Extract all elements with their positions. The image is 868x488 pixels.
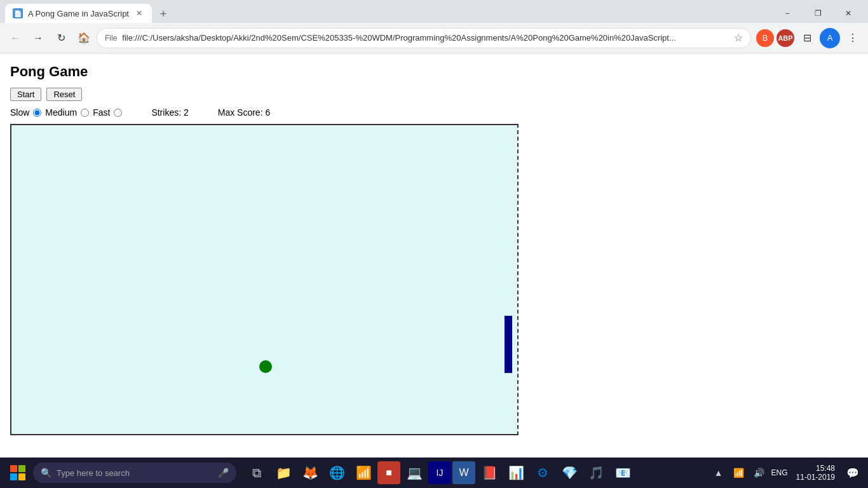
url-bar[interactable]: File file:///C:/Users/aksha/Desktop/Akki…	[97, 28, 751, 48]
controls-row: Start Reset	[10, 88, 858, 101]
speed-row: Slow Medium Fast Strikes: 2 Max Score: 6	[10, 107, 858, 118]
url-scheme: File	[105, 34, 117, 43]
app-green-button[interactable]: 📊	[503, 460, 529, 485]
slow-radio[interactable]	[33, 109, 41, 117]
reset-button[interactable]: Reset	[46, 88, 82, 101]
clock-date: 11-01-2019	[796, 473, 835, 482]
active-tab[interactable]: 📄 A Pong Game in JavaScript ✕	[5, 4, 152, 23]
search-placeholder: Type here to search	[57, 468, 130, 478]
new-tab-button[interactable]: +	[154, 5, 172, 23]
medium-radio[interactable]	[81, 109, 89, 117]
strikes-display: Strikes: 2	[151, 107, 188, 118]
taskbar-apps: ⧉ 📁 🦊 🌐 📶 ■ 💻 IJ W 📕 📊 ⚙ 💎 🎵 📧	[244, 460, 635, 485]
system-clock[interactable]: 15:48 11-01-2019	[791, 464, 840, 482]
close-button[interactable]: ✕	[834, 4, 863, 23]
fast-radio[interactable]	[114, 109, 122, 117]
ext-bookmark-button[interactable]: ⊟	[797, 28, 817, 48]
windows-logo	[10, 465, 25, 480]
tray-network[interactable]: 📶	[730, 464, 748, 482]
taskbar: 🔍 Type here to search 🎤 ⧉ 📁 🦊 🌐 📶 ■ 💻 IJ…	[0, 458, 868, 488]
tray-lang[interactable]: ENG	[771, 464, 789, 482]
browser-window: 📄 A Pong Game in JavaScript ✕ + − ❐ ✕ ← …	[0, 0, 868, 488]
user-avatar-button[interactable]: A	[820, 28, 840, 48]
bookmark-button[interactable]: ☆	[734, 32, 743, 44]
app-blue-button[interactable]: 🎵	[583, 460, 609, 485]
app-ruby-button[interactable]: 💎	[557, 460, 582, 485]
fast-label: Fast	[93, 107, 110, 118]
page-title: Pong Game	[10, 64, 858, 80]
url-text: file:///C:/Users/aksha/Desktop/Akki/2nd%…	[122, 33, 729, 43]
app-dbvis-button[interactable]: 💻	[402, 460, 427, 485]
app-gray-button[interactable]: 📧	[610, 460, 635, 485]
menu-button[interactable]: ⋮	[843, 28, 863, 48]
page-content: Pong Game Start Reset Slow Medium Fast S…	[0, 53, 868, 458]
home-button[interactable]: 🏠	[74, 28, 94, 48]
game-canvas	[10, 124, 519, 435]
start-button[interactable]: Start	[10, 88, 41, 101]
max-score-display: Max Score: 6	[218, 107, 270, 118]
tray-volume[interactable]: 🔊	[750, 464, 768, 482]
ext-brave-button[interactable]: B	[756, 29, 774, 47]
mic-icon: 🎤	[218, 468, 229, 478]
start-menu-button[interactable]	[5, 460, 31, 485]
tab-favicon: 📄	[13, 8, 23, 18]
forward-button[interactable]: →	[28, 28, 48, 48]
tray-up-arrow[interactable]: ▲	[710, 464, 728, 482]
app-intellij-button[interactable]: IJ	[428, 461, 451, 484]
minimize-button[interactable]: −	[773, 4, 802, 23]
reload-button[interactable]: ↻	[51, 28, 71, 48]
chrome-button[interactable]: 🌐	[324, 460, 349, 485]
back-button[interactable]: ←	[5, 28, 25, 48]
slow-label: Slow	[10, 107, 29, 118]
taskbar-search[interactable]: 🔍 Type here to search 🎤	[33, 463, 236, 483]
window-controls: − ❐ ✕	[773, 4, 863, 23]
filezilla-button[interactable]: 📶	[351, 460, 376, 485]
ext-adblock-button[interactable]: ABP	[776, 29, 794, 47]
app-code-button[interactable]: ⚙	[530, 460, 555, 485]
restore-button[interactable]: ❐	[803, 4, 832, 23]
task-view-button[interactable]: ⧉	[244, 460, 269, 485]
file-explorer-button[interactable]: 📁	[271, 460, 296, 485]
word-button[interactable]: W	[452, 461, 475, 484]
notification-button[interactable]: 💬	[843, 463, 863, 483]
app-red-button[interactable]: ■	[377, 461, 400, 484]
ball	[259, 360, 272, 373]
tab-bar: 📄 A Pong Game in JavaScript ✕ + − ❐ ✕	[0, 0, 868, 23]
medium-label: Medium	[45, 107, 77, 118]
taskbar-right: ▲ 📶 🔊 ENG 15:48 11-01-2019 💬	[710, 463, 863, 483]
search-icon: 🔍	[41, 468, 51, 478]
pdf-reader-button[interactable]: 📕	[477, 460, 502, 485]
browser-extensions: B ABP ⊟ A ⋮	[756, 28, 863, 48]
clock-time: 15:48	[816, 464, 835, 473]
address-bar: ← → ↻ 🏠 File file:///C:/Users/aksha/Desk…	[0, 23, 868, 53]
firefox-button[interactable]: 🦊	[297, 460, 323, 485]
tab-close-button[interactable]: ✕	[134, 8, 144, 18]
tab-title: A Pong Game in JavaScript	[28, 9, 129, 18]
paddle	[505, 316, 512, 373]
